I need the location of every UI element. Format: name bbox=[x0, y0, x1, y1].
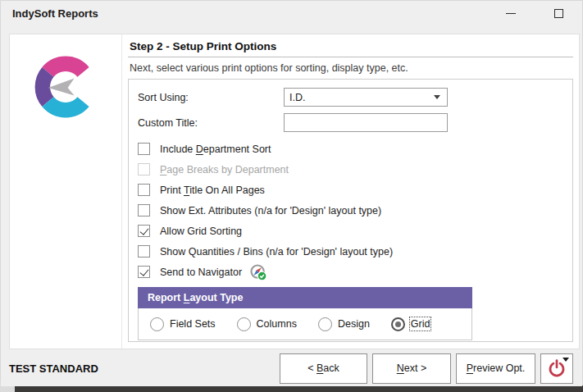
checkbox-box bbox=[138, 163, 150, 175]
sidebar bbox=[10, 34, 122, 349]
radio-design[interactable]: Design bbox=[318, 317, 370, 331]
checkbox-send-to-navigator[interactable]: Send to Navigator bbox=[138, 262, 572, 282]
wizard-content: Step 2 - Setup Print Options Next, selec… bbox=[122, 34, 579, 349]
radio-columns[interactable]: Columns bbox=[237, 317, 297, 331]
radio-circle bbox=[318, 317, 332, 331]
navigator-compass-check-icon bbox=[249, 263, 267, 281]
options-checklist: Include Department Sort Page Breaks by D… bbox=[138, 139, 572, 282]
radio-field-sets[interactable]: Field Sets bbox=[150, 317, 216, 331]
dialog-chrome: IndySoft Reports Step 2 - bbox=[0, 0, 583, 386]
radio-label: Columns bbox=[257, 318, 297, 330]
power-icon bbox=[547, 358, 567, 378]
radio-circle bbox=[150, 317, 164, 331]
power-button[interactable] bbox=[540, 353, 573, 384]
checkbox-show-quantities-bins[interactable]: Show Quantities / Bins (n/a for 'Design'… bbox=[138, 241, 572, 262]
checkbox-label: Include Department Sort bbox=[160, 144, 271, 155]
radio-circle bbox=[391, 317, 405, 331]
checkbox-label: Page Breaks by Department bbox=[160, 164, 289, 175]
desktop-background-strip bbox=[15, 385, 583, 392]
radio-label: Field Sets bbox=[170, 318, 216, 330]
window-title: IndySoft Reports bbox=[12, 7, 98, 20]
footer-bar: TEST STANDARD < Back Next > Preview Opt. bbox=[1, 350, 582, 386]
custom-title-input[interactable] bbox=[284, 113, 448, 132]
sort-using-label: Sort Using: bbox=[138, 92, 284, 103]
custom-title-row: Custom Title: bbox=[138, 112, 572, 133]
chevron-down-icon bbox=[434, 95, 440, 99]
checkbox-box bbox=[138, 266, 150, 278]
checkbox-box bbox=[138, 184, 150, 196]
checkbox-label: Show Quantities / Bins (n/a for 'Design'… bbox=[160, 246, 393, 258]
sort-using-dropdown[interactable]: I.D. bbox=[284, 88, 448, 107]
checkbox-box bbox=[138, 225, 150, 237]
report-layout-type-header: Report Layout Type bbox=[138, 287, 472, 308]
main-panel: Step 2 - Setup Print Options Next, selec… bbox=[9, 34, 580, 349]
checkbox-label: Allow Grid Sorting bbox=[160, 226, 242, 237]
checkbox-label: Show Ext. Attributes (n/a for 'Design' l… bbox=[160, 205, 381, 217]
radio-grid[interactable]: Grid bbox=[391, 317, 430, 331]
back-button[interactable]: < Back bbox=[280, 353, 367, 384]
checkbox-box bbox=[138, 143, 150, 155]
print-options-group: Sort Using: I.D. Custom Title: I bbox=[128, 79, 573, 342]
step-title: Step 2 - Setup Print Options bbox=[128, 38, 573, 57]
report-layout-type-group: Report Layout Type Field Sets Columns bbox=[138, 287, 472, 340]
checkbox-label: Print Title On All Pages bbox=[160, 185, 265, 196]
titlebar: IndySoft Reports bbox=[1, 1, 582, 25]
minimize-button[interactable] bbox=[487, 1, 535, 25]
indysoft-logo-icon bbox=[30, 51, 102, 123]
checkbox-box bbox=[138, 245, 150, 258]
window-controls bbox=[487, 1, 582, 25]
power-dropdown-caret-icon bbox=[563, 358, 569, 362]
radio-label: Grid bbox=[411, 318, 430, 330]
preview-button[interactable]: Preview Opt. bbox=[456, 353, 535, 384]
maximize-icon bbox=[554, 9, 563, 18]
radio-circle bbox=[237, 317, 251, 331]
sort-using-row: Sort Using: I.D. bbox=[138, 87, 572, 107]
sort-using-value: I.D. bbox=[289, 92, 305, 103]
minimize-icon bbox=[506, 13, 516, 14]
footer-buttons: < Back Next > Preview Opt. bbox=[280, 353, 573, 384]
checkbox-print-title-all-pages[interactable]: Print Title On All Pages bbox=[138, 180, 572, 200]
checkbox-page-breaks-by-department[interactable]: Page Breaks by Department bbox=[138, 159, 572, 180]
step-description: Next, select various print options for s… bbox=[130, 62, 573, 74]
next-button[interactable]: Next > bbox=[372, 353, 451, 384]
custom-title-label: Custom Title: bbox=[138, 117, 284, 129]
maximize-button[interactable] bbox=[535, 1, 582, 25]
report-layout-options: Field Sets Columns Design bbox=[138, 308, 472, 340]
checkbox-allow-grid-sorting[interactable]: Allow Grid Sorting bbox=[138, 221, 572, 241]
checkbox-include-department-sort[interactable]: Include Department Sort bbox=[138, 139, 572, 159]
checkbox-box bbox=[138, 204, 150, 217]
indysoft-reports-window: IndySoft Reports Step 2 - bbox=[0, 0, 583, 392]
checkbox-show-ext-attributes[interactable]: Show Ext. Attributes (n/a for 'Design' l… bbox=[138, 200, 572, 221]
status-text: TEST STANDARD bbox=[9, 362, 98, 375]
checkbox-label: Send to Navigator bbox=[160, 267, 242, 278]
radio-label: Design bbox=[338, 318, 370, 330]
